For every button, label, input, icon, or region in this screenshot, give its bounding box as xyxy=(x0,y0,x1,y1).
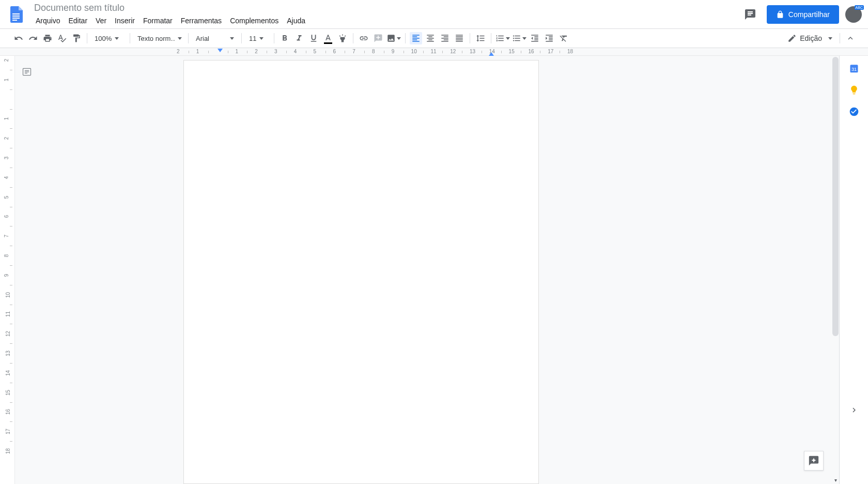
menu-ferramentas[interactable]: Ferramentas xyxy=(177,14,225,27)
calendar-addon-button[interactable]: 31 xyxy=(849,63,859,73)
explore-button[interactable] xyxy=(804,451,824,471)
caret-down-icon xyxy=(178,37,182,40)
text-color-button[interactable] xyxy=(322,32,334,44)
spellcheck-icon xyxy=(57,34,67,43)
link-icon xyxy=(359,34,368,43)
insert-link-button[interactable] xyxy=(358,32,370,44)
style-value: Texto norm… xyxy=(137,35,175,42)
menu-inserir[interactable]: Inserir xyxy=(111,14,138,27)
comment-history-button[interactable] xyxy=(740,4,761,25)
account-avatar[interactable] xyxy=(845,6,862,23)
align-center-button[interactable] xyxy=(424,32,437,44)
docs-logo[interactable] xyxy=(6,4,27,25)
side-panel: 31 xyxy=(839,56,868,484)
left-indent-marker[interactable] xyxy=(217,48,223,54)
undo-button[interactable] xyxy=(12,32,25,44)
separator xyxy=(130,33,130,43)
add-comment-icon xyxy=(374,34,383,43)
highlight-icon xyxy=(338,34,347,43)
separator xyxy=(491,33,491,43)
header-center: Documento sem título Arquivo Editar Ver … xyxy=(32,2,740,27)
menubar: Arquivo Editar Ver Inserir Formatar Ferr… xyxy=(32,14,740,27)
keep-icon xyxy=(849,85,859,95)
line-spacing-button[interactable] xyxy=(474,32,487,44)
insert-image-button[interactable] xyxy=(386,32,401,44)
increase-indent-button[interactable] xyxy=(543,32,555,44)
scroll-down-arrow[interactable]: ▾ xyxy=(832,477,839,484)
decrease-indent-icon xyxy=(530,34,539,43)
paint-format-button[interactable] xyxy=(70,32,83,44)
scroll-thumb[interactable] xyxy=(832,57,839,336)
menu-ver[interactable]: Ver xyxy=(92,14,110,27)
insert-comment-button[interactable] xyxy=(372,32,384,44)
underline-button[interactable] xyxy=(307,32,320,44)
zoom-value: 100% xyxy=(95,35,112,42)
line-spacing-icon xyxy=(476,34,485,43)
redo-button[interactable] xyxy=(27,32,39,44)
paragraph-style-dropdown[interactable]: Texto norm… xyxy=(133,32,185,44)
document-title[interactable]: Documento sem título xyxy=(32,2,740,13)
separator xyxy=(353,33,353,43)
font-dropdown[interactable]: Arial xyxy=(192,32,238,44)
pencil-icon xyxy=(787,34,797,43)
print-button[interactable] xyxy=(41,32,54,44)
clear-formatting-button[interactable] xyxy=(557,32,570,44)
align-justify-button[interactable] xyxy=(453,32,466,44)
font-size-dropdown[interactable]: 11 xyxy=(245,32,271,44)
separator xyxy=(87,33,87,43)
share-button[interactable]: Compartilhar xyxy=(767,5,839,24)
document-page[interactable] xyxy=(183,60,539,484)
editing-mode-dropdown[interactable]: Edição xyxy=(783,31,836,46)
menu-complementos[interactable]: Complementos xyxy=(226,14,282,27)
separator xyxy=(241,33,242,43)
bold-icon xyxy=(280,34,289,43)
tasks-addon-button[interactable] xyxy=(849,107,859,117)
share-label: Compartilhar xyxy=(788,10,830,19)
menu-editar[interactable]: Editar xyxy=(65,14,91,27)
image-icon xyxy=(386,34,396,43)
header: Documento sem título Arquivo Editar Ver … xyxy=(0,0,868,28)
chevron-right-icon xyxy=(849,405,859,415)
vertical-scrollbar[interactable]: ▴ ▾ xyxy=(832,56,839,484)
bold-button[interactable] xyxy=(278,32,291,44)
caret-down-icon xyxy=(259,37,264,40)
ruler-horizontal[interactable]: 21123456789101112131415161718 xyxy=(0,48,868,56)
decrease-indent-button[interactable] xyxy=(529,32,541,44)
caret-down-icon xyxy=(522,37,526,40)
italic-icon xyxy=(295,34,304,43)
undo-icon xyxy=(14,34,23,43)
align-left-button[interactable] xyxy=(410,32,422,44)
font-size-value: 11 xyxy=(249,35,256,42)
numbered-list-button[interactable] xyxy=(495,32,510,44)
document-outline-button[interactable] xyxy=(20,65,34,79)
chevron-up-icon xyxy=(846,34,855,43)
zoom-dropdown[interactable]: 100% xyxy=(90,32,127,44)
tasks-icon xyxy=(849,107,859,117)
separator xyxy=(188,33,189,43)
keep-addon-button[interactable] xyxy=(849,85,859,95)
align-right-button[interactable] xyxy=(439,32,451,44)
underline-icon xyxy=(309,34,318,43)
spellcheck-button[interactable] xyxy=(56,32,68,44)
svg-rect-2 xyxy=(12,18,20,19)
calendar-icon: 31 xyxy=(849,63,859,73)
italic-button[interactable] xyxy=(293,32,305,44)
highlight-color-button[interactable] xyxy=(336,32,349,44)
svg-text:31: 31 xyxy=(851,67,856,72)
lock-icon xyxy=(776,10,784,19)
menu-formatar[interactable]: Formatar xyxy=(140,14,176,27)
paint-roller-icon xyxy=(72,34,81,43)
redo-icon xyxy=(28,34,38,43)
menu-arquivo[interactable]: Arquivo xyxy=(32,14,64,27)
bulleted-list-button[interactable] xyxy=(512,32,526,44)
toolbar: 100% Texto norm… Arial 11 Edição xyxy=(0,28,868,48)
hide-menus-button[interactable] xyxy=(844,32,857,44)
text-color-icon xyxy=(323,34,333,43)
svg-rect-1 xyxy=(12,16,20,17)
font-value: Arial xyxy=(196,35,227,42)
caret-down-icon xyxy=(115,37,119,40)
side-panel-collapse-button[interactable] xyxy=(849,405,859,417)
menu-ajuda[interactable]: Ajuda xyxy=(283,14,309,27)
ruler-vertical[interactable]: 21123456789101112131415161718 xyxy=(0,56,15,484)
comment-icon xyxy=(744,8,756,21)
